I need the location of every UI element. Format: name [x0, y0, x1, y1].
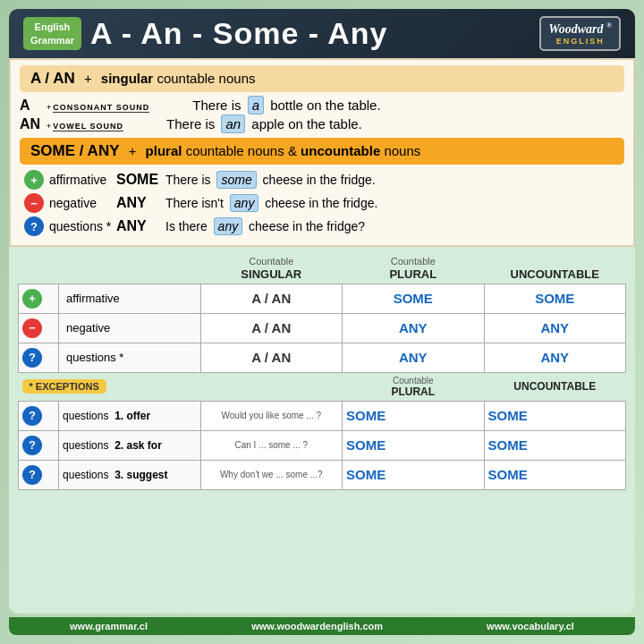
some-any-header: SOME / ANY + plural countable nouns & un… — [20, 138, 624, 165]
header-left: English Grammar A - An - Some - Any — [23, 16, 387, 51]
usage-row-affirmative: + affirmative SOME There is some cheese … — [24, 170, 624, 190]
footer-link-1: www.grammar.cl — [70, 621, 148, 631]
main-table: Countable SINGULAR Countable PLURAL UNCO… — [18, 254, 626, 490]
footer: www.grammar.cl www.woodwardenglish.com w… — [9, 617, 635, 635]
exc-uncountable-subheader: UNCOUNTABLE — [484, 372, 626, 401]
exc-uncountable-3: SOME — [484, 460, 626, 489]
table-header-row: Countable SINGULAR Countable PLURAL UNCO… — [19, 254, 626, 284]
exc-small-1: Would you like some ... ? — [200, 401, 342, 430]
page-header: English Grammar A - An - Some - Any Wood… — [9, 9, 635, 58]
uncountable-affirmative: SOME — [484, 284, 626, 313]
type-cell-negative: negative — [59, 313, 200, 343]
exc-small-2: Can I ... some ... ? — [200, 430, 342, 460]
plural-negative: ANY — [343, 313, 484, 343]
exc-plural-subheader: Countable PLURAL — [343, 372, 484, 401]
exc-small-3: Why don't we ... some ...? — [200, 460, 342, 489]
col-singular-header: Countable SINGULAR — [200, 254, 342, 284]
table-row-questions: ? questions * A / AN ANY ANY — [19, 343, 626, 372]
singular-negative: A / AN — [200, 313, 342, 343]
english-grammar-badge: English Grammar — [23, 17, 81, 50]
footer-link-2: www.woodwardenglish.com — [251, 621, 383, 631]
badge-minus-1: − — [24, 193, 44, 213]
exc-row-2: ? questions 2. ask for Can I ... some ..… — [19, 430, 626, 460]
exc-uncountable-1: SOME — [484, 401, 626, 430]
badge-question-1: ? — [24, 216, 44, 236]
table-section: Countable SINGULAR Countable PLURAL UNCO… — [9, 247, 635, 614]
badge-question-exc-2: ? — [22, 436, 42, 455]
usage-rows: + affirmative SOME There is some cheese … — [20, 170, 624, 236]
woodward-logo: Woodward ® ENGLISH — [539, 16, 621, 51]
top-section: A / AN + singular countable nouns A + CO… — [9, 58, 635, 247]
usage-row-questions: ? questions * ANY Is there any cheese in… — [24, 216, 624, 236]
a-an-header: A / AN + singular countable nouns — [20, 65, 624, 92]
badge-cell-minus: − — [19, 313, 59, 343]
exc-badge-1: ? — [19, 401, 59, 430]
uncountable-questions: ANY — [484, 343, 626, 372]
badge-question-exc-1: ? — [22, 406, 42, 426]
woodward-english-label: ENGLISH — [548, 37, 612, 46]
singular-affirmative: A / AN — [200, 284, 342, 313]
exc-type-3: questions 3. suggest — [59, 460, 200, 489]
exc-row-1: ? questions 1. offer Would you like some… — [19, 401, 626, 430]
footer-link-3: www.vocabulary.cl — [487, 621, 574, 631]
exceptions-header-row: * EXCEPTIONS Countable PLURAL UNCOUNTABL… — [19, 372, 626, 401]
col-plural-header: Countable PLURAL — [343, 254, 484, 284]
exc-row-3: ? questions 3. suggest Why don't we ... … — [19, 460, 626, 489]
uncountable-negative: ANY — [484, 313, 626, 343]
exc-uncountable-2: SOME — [484, 430, 626, 460]
exceptions-badge: * EXCEPTIONS — [22, 379, 106, 394]
badge-question-table: ? — [22, 348, 42, 368]
type-cell-affirmative: affirmative — [59, 284, 200, 313]
badge-cell-question: ? — [19, 343, 59, 372]
singular-questions: A / AN — [200, 343, 342, 372]
usage-row-negative: − negative ANY There isn't any cheese in… — [24, 193, 624, 213]
exc-type-2: questions 2. ask for — [59, 430, 200, 460]
a-row: A + CONSONANT SOUND There is a bottle on… — [20, 97, 624, 114]
exc-plural-3: SOME — [343, 460, 484, 489]
badge-question-exc-3: ? — [22, 465, 42, 485]
badge-cell-plus: + — [19, 284, 59, 313]
an-row: AN + VOWEL SOUND There is an apple on th… — [20, 116, 624, 132]
badge-minus-table: − — [22, 318, 42, 338]
exc-type-1: questions 1. offer — [59, 401, 200, 430]
table-row-negative: − negative A / AN ANY ANY — [19, 313, 626, 343]
col-uncountable-header: UNCOUNTABLE — [484, 254, 626, 284]
badge-plus-table: + — [22, 289, 42, 309]
exc-plural-1: SOME — [343, 401, 484, 430]
woodward-text: Woodward ® — [548, 21, 612, 37]
col-type-header — [59, 254, 200, 284]
exc-singular-spacer — [200, 372, 342, 401]
exc-badge-2: ? — [19, 430, 59, 460]
table-row-affirmative: + affirmative A / AN SOME SOME — [19, 284, 626, 313]
badge-plus-1: + — [24, 170, 44, 190]
type-cell-questions: questions * — [59, 343, 200, 372]
plural-affirmative: SOME — [343, 284, 484, 313]
plural-questions: ANY — [343, 343, 484, 372]
exc-badge-3: ? — [19, 460, 59, 489]
main-title: A - An - Some - Any — [90, 16, 388, 51]
col-empty-1 — [19, 254, 59, 284]
exceptions-label-cell: * EXCEPTIONS — [19, 372, 201, 401]
exc-plural-2: SOME — [343, 430, 484, 460]
